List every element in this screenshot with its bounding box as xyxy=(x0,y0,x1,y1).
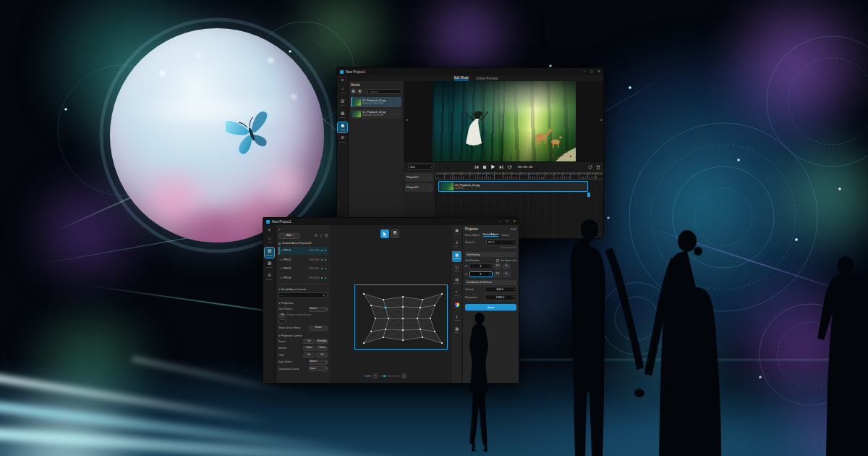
export-icon[interactable]: ↥ xyxy=(320,235,322,237)
h-step-button[interactable]: 1/1 xyxy=(494,263,501,269)
strip-item[interactable]: ● Color xyxy=(452,300,461,311)
strip-item[interactable]: ▣ Check xyxy=(452,227,461,237)
strip-item[interactable]: ◫ Masking xyxy=(452,263,461,274)
search-input[interactable] xyxy=(369,90,399,94)
vertical-spinner[interactable]: 806.0 ▴▾ xyxy=(485,287,516,292)
pattern-off-toggle[interactable]: Off xyxy=(278,313,286,318)
rail-item[interactable]: ▤ Screen xyxy=(265,248,274,258)
media-item[interactable]: 02_Playback_02.jpg Resolution: 1920×1080… xyxy=(351,109,401,119)
close-button[interactable]: ✕ xyxy=(597,70,600,74)
list-view-button[interactable]: ▤ xyxy=(357,89,362,94)
strip-item[interactable]: ▨ Blending xyxy=(452,276,461,287)
pattern-slot[interactable] xyxy=(278,319,286,324)
next-page-icon[interactable]: ▸ xyxy=(600,117,603,122)
v-step-button[interactable]: 1/1 xyxy=(494,271,501,277)
h-scale-button[interactable]: 1x xyxy=(503,263,510,269)
media-item[interactable]: 01_Playback_01.jpg Resolution: 1920×1080… xyxy=(351,97,401,107)
command-control-dropdown[interactable]: Open▾ xyxy=(309,366,328,371)
sort-select[interactable]: Sort ▾ xyxy=(408,164,434,170)
group-label[interactable]: Contents Area (Projector)01 xyxy=(282,242,312,245)
projector-control-section[interactable]: ∨ Projector Control xyxy=(278,334,328,337)
properties-tab[interactable]: Detail Adjust xyxy=(483,233,498,237)
properties-tab[interactable]: Option xyxy=(501,234,509,237)
rail-item[interactable]: ⌂ Home xyxy=(265,235,274,245)
device-row[interactable]: ▭ PRO3 1920×1200 xyxy=(278,265,328,273)
control-option-a[interactable]: On xyxy=(303,339,315,344)
rail-item[interactable]: ▦ Display xyxy=(338,110,347,120)
zoom-in-select[interactable]: PC-1 ▾ xyxy=(486,240,516,245)
control-option-a[interactable]: On xyxy=(303,352,315,358)
input-select-dropdown[interactable]: Select▾ xyxy=(309,360,328,365)
strip-item[interactable]: ◐ Bright xyxy=(452,288,461,299)
add-button[interactable]: + Add ▾ xyxy=(278,233,300,239)
grid-tool-button[interactable]: ▦ 2×2 xyxy=(391,229,399,238)
select-tool-button[interactable] xyxy=(380,229,389,238)
rail-item[interactable]: ⚙ Console xyxy=(338,135,347,145)
strip-item[interactable]: ▩ Pattern xyxy=(452,325,461,336)
projection-section[interactable]: ∨ Projection xyxy=(278,301,328,305)
control-option-b[interactable]: Off xyxy=(316,352,328,358)
minimize-button[interactable]: ─ xyxy=(499,220,501,224)
warp-mesh[interactable] xyxy=(355,285,448,350)
zoom-slider-knob[interactable] xyxy=(383,375,386,378)
warp-selection[interactable] xyxy=(354,284,448,350)
device-row[interactable]: ▭ PRO4 1920×1200 xyxy=(278,274,328,282)
v-spinner[interactable]: 3 ▴▾ xyxy=(469,271,493,277)
mapper-titlebar[interactable]: New Project1 ─ ▢ ✕ xyxy=(263,218,519,225)
zoom-out-button[interactable]: − xyxy=(373,373,378,379)
rail-item[interactable]: ⌂ Home xyxy=(338,85,347,96)
menu-icon[interactable]: ≡ xyxy=(268,227,271,232)
control-option-b[interactable]: Close xyxy=(316,346,328,351)
minimize-button[interactable]: ─ xyxy=(584,70,586,74)
skip-back-icon[interactable] xyxy=(475,165,479,169)
timeline-clip[interactable]: 01_Playback_01.jpg 00:00:05 xyxy=(438,181,588,192)
need-adjust-section[interactable]: ∨ Need Adjust Control xyxy=(278,287,328,291)
grid-view-button[interactable]: ▦ xyxy=(351,89,356,94)
prev-page-icon[interactable]: ◂ xyxy=(406,117,408,122)
v-scale-button[interactable]: 1x xyxy=(503,271,510,277)
device-row[interactable]: ▭ PRO1 1920×1200 xyxy=(278,247,328,255)
mode-tab[interactable]: Online Preview xyxy=(476,77,498,80)
skip-forward-icon[interactable] xyxy=(499,165,503,169)
playlist-row[interactable]: Playlist01 − xyxy=(405,173,433,182)
more-icon[interactable]: ⋯ xyxy=(397,112,400,116)
rail-item[interactable]: ⚙ Console xyxy=(265,272,274,282)
search-icon[interactable] xyxy=(315,234,318,237)
control-option-b[interactable]: Standby xyxy=(316,339,328,344)
rail-item[interactable]: ▦ Display xyxy=(265,260,274,270)
collapse-icon[interactable]: − xyxy=(430,176,432,180)
refresh-icon[interactable] xyxy=(588,165,592,169)
rail-item[interactable]: ▣ Media xyxy=(338,122,347,132)
warp-canvas[interactable]: ▦ 2×2 100% − + xyxy=(330,225,451,383)
strip-item[interactable]: γ Gamma xyxy=(452,313,461,324)
strip-item[interactable]: ✛ Line xyxy=(452,239,461,250)
control-option-a[interactable]: Open xyxy=(303,346,315,351)
menu-icon[interactable]: ≡ xyxy=(341,77,344,82)
media-search[interactable] xyxy=(364,89,401,94)
rail-item[interactable]: ▤ Screen xyxy=(338,98,347,108)
device-row[interactable]: ▭ PRO2 1920×1200 xyxy=(278,256,328,263)
player-titlebar[interactable]: New Project1 ─ ▢ ✕ xyxy=(337,68,603,75)
close-button[interactable]: ✕ xyxy=(513,220,516,224)
use-square-checkbox[interactable] xyxy=(496,259,499,262)
need-adjust-select[interactable]: — xyxy=(278,292,328,298)
h-spinner[interactable]: 4 ▴▾ xyxy=(469,263,493,269)
properties-tab[interactable]: Basic Adjust xyxy=(465,234,480,237)
collapse-icon[interactable]: − xyxy=(430,186,432,190)
zoom-slider[interactable] xyxy=(380,376,400,377)
zoom-in-button[interactable]: + xyxy=(401,373,407,379)
mode-tab[interactable]: Edit Mode xyxy=(454,76,469,80)
loop-icon[interactable] xyxy=(507,165,512,169)
clip-resize-handle[interactable] xyxy=(587,193,590,197)
more-icon[interactable]: ⋯ xyxy=(397,101,400,104)
horizontal-spinner[interactable]: 1208.0 ▴▾ xyxy=(485,295,516,300)
test-pattern-select[interactable]: Select▾ xyxy=(309,307,328,312)
play-icon[interactable] xyxy=(490,164,495,169)
playlist-row[interactable]: Playlist02 − xyxy=(405,183,433,192)
strip-item[interactable]: ▦ Geometry xyxy=(452,251,461,262)
trash-icon[interactable] xyxy=(325,234,328,237)
maximize-button[interactable]: ▢ xyxy=(506,220,509,224)
save-button[interactable]: Save xyxy=(465,304,516,311)
stop-icon[interactable] xyxy=(482,165,487,169)
maximize-button[interactable]: ▢ xyxy=(590,70,593,74)
